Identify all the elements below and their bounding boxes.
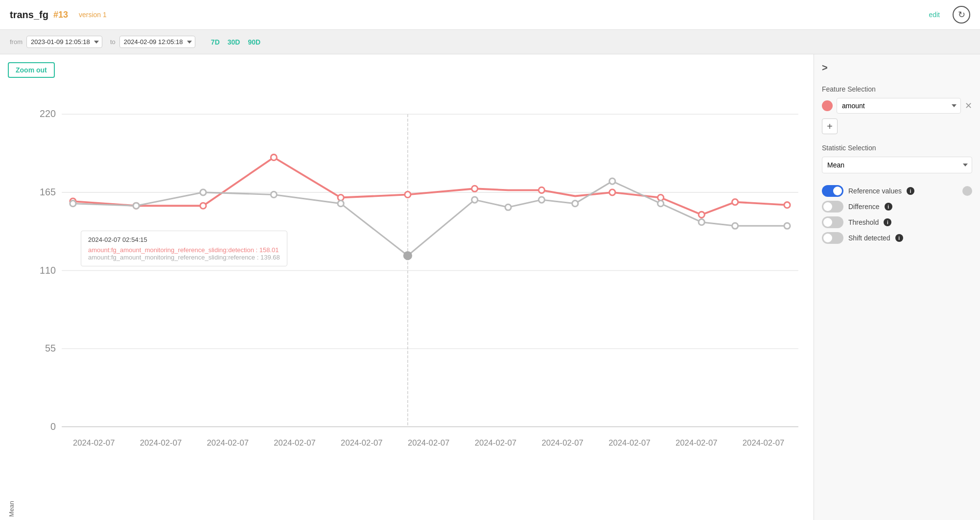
from-date-select[interactable]: 2023-01-09 12:05:18 [26,36,102,48]
svg-point-49 [732,223,738,229]
chart-inner[interactable]: 220 165 110 55 0 2024-02-07 2024-02-07 2… [17,84,806,517]
difference-info-icon[interactable]: i [885,203,892,211]
toggle-threshold-switch[interactable] [822,216,843,228]
quick-btn-30d[interactable]: 30D [226,37,242,47]
svg-point-43 [505,204,511,210]
svg-point-37 [133,203,139,209]
reference-color-dot [962,186,972,196]
shift-detected-info-icon[interactable]: i [895,234,903,242]
svg-point-45 [572,201,578,207]
panel-toggle: > [822,62,972,73]
svg-point-28 [405,191,411,197]
svg-point-32 [658,194,664,200]
svg-point-30 [538,187,544,193]
add-feature-button[interactable]: + [822,118,838,134]
panel-toggle-button[interactable]: > [822,62,828,73]
main-layout: Zoom out Mean 220 165 110 55 0 [0,54,980,520]
toggle-shift-detected-switch[interactable] [822,232,843,244]
svg-point-36 [70,201,76,207]
svg-text:220: 220 [40,108,56,119]
feature-row: amount ✕ [822,98,972,114]
toggle-shift-detected-label: Shift detected [848,234,890,242]
toggle-difference-switch[interactable] [822,201,843,213]
from-label: from [10,38,23,46]
toggle-reference-values-switch[interactable] [822,185,843,197]
quick-btn-90d[interactable]: 90D [246,37,262,47]
svg-point-50 [784,223,790,229]
quick-buttons: 7D 30D 90D [209,37,262,47]
toggle-difference-label: Difference [848,203,880,211]
app-version: version 1 [79,11,107,19]
threshold-info-icon[interactable]: i [884,218,891,226]
svg-point-27 [338,194,344,200]
toggle-section: Reference values i Difference i Thr [822,183,972,246]
svg-point-33 [699,212,704,217]
statistic-selection-section: Statistic Selection Mean [822,144,972,173]
svg-text:2024-02-07: 2024-02-07 [475,438,516,448]
svg-text:2024-02-07: 2024-02-07 [274,438,315,448]
feature-remove-button[interactable]: ✕ [965,101,972,110]
toggle-reference-values-label: Reference values [848,187,902,195]
y-axis-label: Mean [8,84,15,517]
app-title: trans_fg [10,9,48,21]
svg-point-40 [338,201,344,207]
to-label: to [110,38,116,46]
svg-point-46 [609,178,615,184]
date-range-to: to 2024-02-09 12:05:18 [110,36,195,48]
svg-point-44 [538,197,544,203]
svg-text:2024-02-07: 2024-02-07 [341,438,382,448]
svg-point-41 [404,252,411,259]
feature-select[interactable]: amount [837,98,961,114]
toggle-reference-values: Reference values i [822,183,972,199]
reference-values-info-icon[interactable]: i [907,187,914,195]
toggle-difference: Difference i [822,199,972,214]
svg-text:2024-02-07: 2024-02-07 [207,438,249,448]
zoom-out-button[interactable]: Zoom out [8,62,55,78]
feature-selection-title: Feature Selection [822,85,972,93]
svg-text:2024-02-07: 2024-02-07 [541,438,583,448]
feature-selection-section: Feature Selection amount ✕ + [822,85,972,134]
svg-point-48 [699,219,704,225]
svg-point-31 [609,189,615,195]
svg-point-25 [200,203,206,209]
quick-btn-7d[interactable]: 7D [209,37,222,47]
svg-text:2024-02-07: 2024-02-07 [73,438,115,448]
right-panel: > Feature Selection amount ✕ + Statistic… [814,54,980,520]
svg-text:0: 0 [50,421,56,432]
svg-text:110: 110 [40,265,56,276]
svg-point-42 [472,197,478,203]
to-date-select[interactable]: 2024-02-09 12:05:18 [119,36,195,48]
feature-color-dot [822,100,833,111]
svg-point-47 [658,201,664,207]
toolbar: from 2023-01-09 12:05:18 to 2024-02-09 1… [0,30,980,54]
toggle-threshold: Threshold i [822,214,972,230]
statistic-select[interactable]: Mean [822,157,972,173]
toggle-threshold-label: Threshold [848,218,879,226]
svg-text:2024-02-07: 2024-02-07 [743,438,784,448]
chart-container: Mean 220 165 110 55 0 [8,84,806,517]
chart-legend: amount:fg_amount_monitoring_reference_sl… [8,517,806,520]
statistic-selection-title: Statistic Selection [822,144,972,152]
edit-button[interactable]: edit [929,11,940,19]
toggle-shift-detected: Shift detected i [822,230,972,246]
svg-point-26 [271,154,277,160]
refresh-button[interactable]: ↻ [953,6,970,24]
svg-point-35 [784,202,790,208]
svg-text:2024-02-07: 2024-02-07 [140,438,182,448]
svg-point-34 [732,199,738,205]
svg-point-39 [271,191,277,197]
date-range-from: from 2023-01-09 12:05:18 [10,36,102,48]
svg-point-29 [472,186,478,191]
chart-svg: 220 165 110 55 0 2024-02-07 2024-02-07 2… [17,84,806,517]
svg-point-38 [200,189,206,195]
app-header: trans_fg #13 version 1 edit ↻ [0,0,980,30]
svg-text:165: 165 [40,187,56,197]
chart-area: Zoom out Mean 220 165 110 55 0 [0,54,814,520]
svg-text:2024-02-07: 2024-02-07 [608,438,650,448]
svg-text:2024-02-07: 2024-02-07 [676,438,717,448]
svg-text:55: 55 [45,343,56,354]
svg-text:2024-02-07: 2024-02-07 [408,438,449,448]
app-id: #13 [53,10,68,20]
